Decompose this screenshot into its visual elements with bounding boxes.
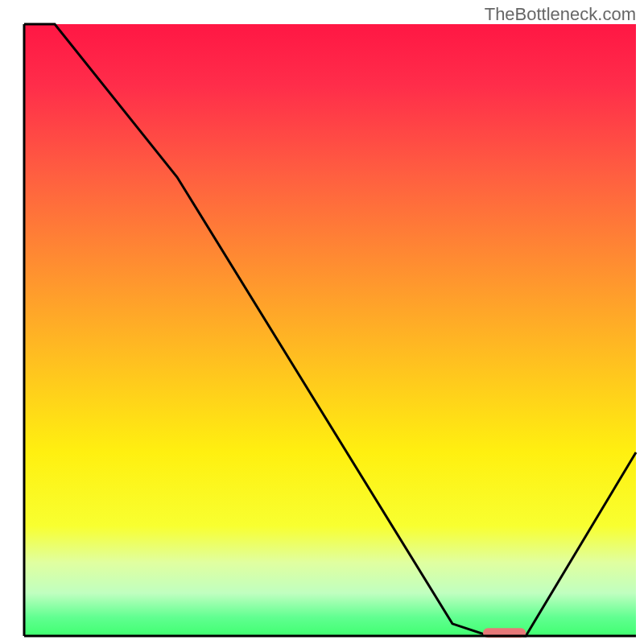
chart-container: TheBottleneck.com: [0, 0, 644, 644]
watermark-text: TheBottleneck.com: [485, 4, 636, 25]
gradient-background: [24, 24, 636, 636]
plot-area: [24, 24, 636, 638]
chart-svg: [0, 0, 644, 644]
